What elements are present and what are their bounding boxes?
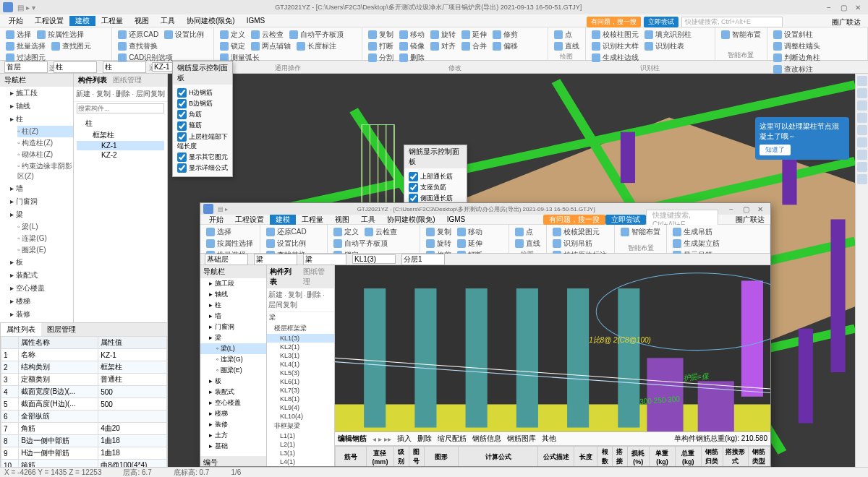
menu-project[interactable]: 工程设置 (229, 215, 270, 225)
tree-node[interactable]: KL10(4) (267, 412, 334, 421)
nav-subitem[interactable]: ◦ 连梁(G) (200, 354, 266, 365)
ribbon-item[interactable]: 定义 (331, 226, 362, 238)
rebar-table[interactable]: 筋号直径(mm)级别图号图形计算公式公式描述长度根数搭接损耗(%)单重(kg)总… (335, 446, 770, 466)
nav-item[interactable]: ▸ 装修 (0, 308, 73, 321)
tree-node[interactable]: 非框架梁 (267, 421, 334, 431)
sub-3d-viewport[interactable]: 1比8@ 2(C8@100) 300·250·300 护层=保 编辑钢筋 ◂ ▸… (335, 265, 770, 466)
nav-subitem[interactable]: ◦ 圈梁(E) (200, 365, 266, 376)
ribbon-item[interactable]: 修剪 (490, 29, 521, 40)
search-hint-pill[interactable]: 有问题，搜一搜 (587, 17, 641, 27)
sub-select[interactable]: 柱 (103, 61, 146, 73)
nav-subitem[interactable]: ◦ 圈梁(E) (17, 244, 73, 256)
ribbon-item[interactable]: 打断 (365, 40, 396, 52)
tree-node[interactable]: KL8(1) (267, 395, 334, 403)
cat-select[interactable]: 梁 (254, 254, 297, 265)
seg-select[interactable]: 分层1 (401, 254, 445, 265)
tree-node[interactable]: 梁 (267, 312, 334, 323)
try-now-pill[interactable]: 立即尝试 (644, 17, 678, 27)
menu-model[interactable]: 建模 (270, 215, 296, 225)
sub-window-controls[interactable]: −▢✕ (724, 205, 767, 213)
floor-select[interactable]: 基础层 (205, 254, 248, 265)
tool-icon[interactable] (857, 162, 867, 172)
try-now-pill[interactable]: 立即尝试 (605, 215, 646, 225)
tree-tab-list[interactable]: 构件列表 (270, 267, 299, 287)
nav-item[interactable]: ▸ 施工段 (200, 278, 266, 289)
nav-item[interactable]: ▸ 空心楼盖 (0, 282, 73, 295)
ribbon-item[interactable]: 对齐 (427, 40, 459, 52)
nav-item[interactable]: ▸ 板 (200, 376, 266, 387)
cat-select[interactable]: 柱 (54, 61, 97, 73)
ribbon-item[interactable]: 偏移 (490, 40, 521, 52)
menu-view[interactable]: 视图 (329, 215, 355, 225)
ribbon-item[interactable]: 智能布置 (718, 29, 764, 40)
ribbon-item[interactable]: 旋转 (427, 29, 459, 40)
shortcut-search[interactable]: 快捷键搜索, Ctrl+Alt+E (681, 17, 783, 27)
ribbon-item[interactable]: 两点辅轴 (248, 40, 294, 52)
tree-node[interactable]: KL3(1) (267, 351, 334, 360)
nav-item[interactable]: ▸ 楼梯 (200, 408, 266, 419)
ribbon-item[interactable]: 还原CAD (263, 226, 310, 238)
ribbon-item[interactable]: 按属性选择 (203, 238, 256, 249)
tree-node[interactable]: KL4(1) (267, 360, 334, 369)
tool-icon[interactable] (857, 76, 867, 86)
tool-icon[interactable] (857, 150, 867, 160)
nav-item[interactable]: ▸ 板 (0, 256, 73, 269)
menu-coop[interactable]: 协同建模(限免) (381, 215, 441, 225)
ribbon-item[interactable]: 延伸 (454, 238, 485, 249)
ribbon-item[interactable]: 延伸 (459, 29, 490, 40)
hint-ok-button[interactable]: 知道了 (760, 145, 791, 155)
nav-subitem[interactable]: ◦ 构造柱(Z) (17, 137, 73, 149)
popup-checkbox[interactable]: 角筋 (177, 109, 228, 120)
ribbon-item[interactable]: 还原CAD (115, 29, 161, 40)
nav-item[interactable]: ▸ 装修 (200, 419, 266, 430)
rebar-lib[interactable]: 钢筋图库 (507, 434, 536, 444)
ribbon-item[interactable]: 设置比例 (161, 29, 207, 40)
ribbon-item[interactable]: 按属性选择 (34, 29, 87, 40)
nav-subitem[interactable]: ◦ 柱(Z) (17, 126, 73, 137)
qat[interactable]: ▤ ▸ (218, 206, 228, 212)
tree-node[interactable]: L3(1) (267, 449, 334, 457)
ribbon-item[interactable]: 长度标注 (294, 40, 339, 52)
tree-node[interactable]: 楼层框架梁 (267, 323, 334, 334)
ribbon-item[interactable]: 查找替换 (115, 40, 161, 52)
popup-checkbox[interactable]: 箍筋 (177, 120, 228, 131)
ribbon-item[interactable]: 判断边角柱 (770, 52, 823, 64)
ribbon-item[interactable]: 云检查 (362, 226, 400, 238)
popup-checkbox[interactable]: 上部通长筋 (409, 171, 462, 182)
tool-icon[interactable] (857, 125, 867, 135)
ribbon-item[interactable]: 批量选择 (3, 40, 48, 52)
popup-checkbox[interactable]: 支座负筋 (409, 182, 462, 193)
tree-node[interactable]: L4(1) (267, 457, 334, 466)
menu-igms[interactable]: IGMS (441, 215, 472, 223)
tool-icon[interactable] (857, 100, 867, 111)
ribbon-item[interactable]: 点 (512, 226, 536, 238)
tool-icon[interactable] (857, 88, 867, 98)
nav-subitem[interactable]: ◦ 连梁(G) (17, 233, 73, 244)
tree-node[interactable]: KL5(3) (267, 369, 334, 377)
ribbon-item[interactable]: 选择 (3, 29, 34, 40)
tool-icon[interactable] (857, 137, 867, 147)
nav-item[interactable]: ▸ 施工段 (0, 87, 73, 100)
tree-node[interactable]: KL2(1) (267, 343, 334, 351)
ribbon-item[interactable]: 移动 (396, 29, 427, 40)
nav-subitem[interactable]: ◦ 砌体柱(Z) (17, 149, 73, 160)
inst-select[interactable]: KL1(3) (352, 254, 396, 264)
floor-select[interactable]: 首层 (4, 61, 48, 73)
tree-toolbar[interactable]: 新建 · 复制 · 删除 · 层间复制 (74, 87, 167, 102)
rebar-info[interactable]: 钢筋信息 (472, 434, 501, 444)
sub-tree-toolbar[interactable]: 新建 · 复制 · 删除 · 层间复制 (267, 288, 334, 312)
ribbon-item[interactable]: 复制 (423, 226, 454, 238)
ribbon-item[interactable]: 镜像 (396, 40, 427, 52)
ribbon-item[interactable]: 生成架立筋 (670, 238, 723, 249)
nav-item[interactable]: ▸ 装配式 (0, 269, 73, 282)
rebar-scale[interactable]: 缩尺配筋 (438, 434, 467, 444)
tool-icon[interactable] (857, 174, 867, 184)
nav-item[interactable]: ▸ 轴线 (0, 100, 73, 113)
menu-tools[interactable]: 工具 (355, 215, 381, 225)
nav-item[interactable]: ▸ 墙 (200, 311, 266, 322)
nav-item[interactable]: ▸ 空心楼盖 (200, 398, 266, 408)
ribbon-item[interactable]: 旋转 (423, 238, 454, 249)
nav-item[interactable]: ▸ 土方 (200, 430, 266, 441)
ribbon-item[interactable]: 填充识别柱 (642, 29, 694, 40)
ribbon-item[interactable]: 识别柱大样 (589, 40, 642, 52)
